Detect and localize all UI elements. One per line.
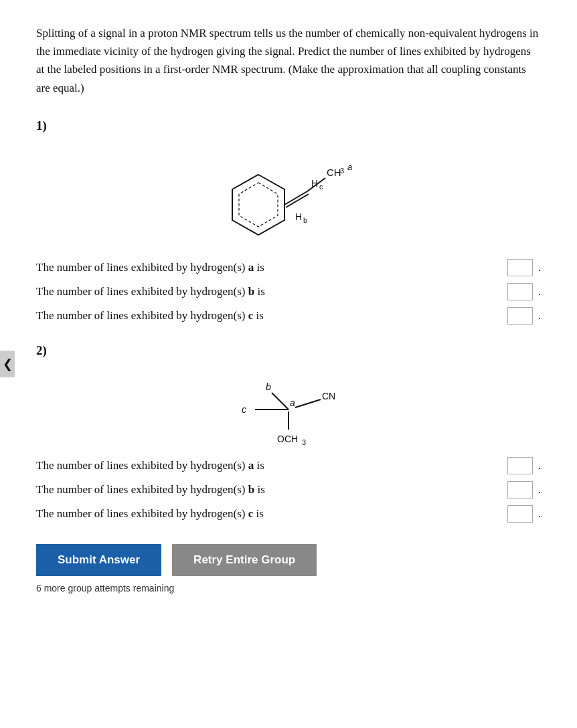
q1a-text: The number of lines exhibited by hydroge…: [36, 259, 503, 276]
svg-text:OCH: OCH: [277, 434, 298, 444]
molecule-1-svg: CH 3 a H c H b: [201, 141, 376, 248]
svg-line-17: [295, 399, 321, 407]
buttons-row: Submit Answer Retry Entire Group: [36, 544, 541, 576]
left-arrow-tab[interactable]: ❮: [0, 351, 15, 377]
svg-text:a: a: [290, 397, 295, 408]
q2-answer-b: The number of lines exhibited by hydroge…: [36, 481, 541, 498]
svg-marker-0: [232, 175, 284, 235]
svg-text:c: c: [319, 183, 323, 191]
q1-answer-b: The number of lines exhibited by hydroge…: [36, 283, 541, 300]
question-1: 1) CH 3 a H c: [36, 118, 541, 325]
submit-button[interactable]: Submit Answer: [36, 544, 161, 576]
q2a-dot: .: [538, 457, 541, 474]
q2b-input[interactable]: [507, 481, 533, 498]
q2c-input[interactable]: [507, 505, 533, 523]
svg-text:a: a: [347, 162, 352, 172]
q1-answer-a: The number of lines exhibited by hydroge…: [36, 259, 541, 276]
svg-text:3: 3: [302, 438, 306, 446]
svg-text:c: c: [242, 404, 246, 415]
svg-line-14: [272, 393, 288, 410]
q2a-input[interactable]: [507, 457, 533, 474]
svg-text:b: b: [266, 381, 271, 392]
svg-line-3: [286, 194, 309, 207]
svg-text:H: H: [295, 211, 302, 222]
question-2-label: 2): [36, 343, 541, 358]
svg-text:3: 3: [340, 167, 344, 175]
q1c-dot: .: [538, 307, 541, 325]
q2b-dot: .: [538, 481, 541, 498]
q1b-input[interactable]: [507, 283, 533, 300]
q1b-text: The number of lines exhibited by hydroge…: [36, 283, 503, 300]
question-2: 2) c b a CN OCH 3: [36, 343, 541, 523]
intro-text: Splitting of a signal in a proton NMR sp…: [36, 24, 541, 97]
svg-text:CN: CN: [322, 391, 335, 401]
q2-answer-a: The number of lines exhibited by hydroge…: [36, 457, 541, 474]
molecule-2: c b a CN OCH 3: [36, 366, 541, 446]
q2c-text: The number of lines exhibited by hydroge…: [36, 505, 503, 523]
attempts-text: 6 more group attempts remaining: [36, 583, 541, 594]
q2b-text: The number of lines exhibited by hydroge…: [36, 481, 503, 498]
q1c-text: The number of lines exhibited by hydroge…: [36, 307, 503, 325]
q2a-text: The number of lines exhibited by hydroge…: [36, 457, 503, 474]
svg-text:b: b: [303, 216, 307, 224]
q1c-input[interactable]: [507, 307, 533, 325]
question-1-label: 1): [36, 118, 541, 133]
molecule-1: CH 3 a H c H b: [36, 141, 541, 248]
q1b-dot: .: [538, 283, 541, 300]
main-page: ❮ Splitting of a signal in a proton NMR …: [0, 0, 577, 728]
q2-answer-c: The number of lines exhibited by hydroge…: [36, 505, 541, 523]
q1-answer-c: The number of lines exhibited by hydroge…: [36, 307, 541, 325]
svg-text:H: H: [311, 178, 318, 189]
svg-marker-1: [239, 183, 278, 227]
molecule-2-svg: c b a CN OCH 3: [208, 366, 369, 446]
q1a-input[interactable]: [507, 259, 533, 276]
svg-line-2: [284, 191, 307, 205]
q1a-dot: .: [538, 259, 541, 276]
q2c-dot: .: [538, 505, 541, 523]
retry-button[interactable]: Retry Entire Group: [172, 544, 317, 576]
svg-text:CH: CH: [327, 167, 341, 178]
